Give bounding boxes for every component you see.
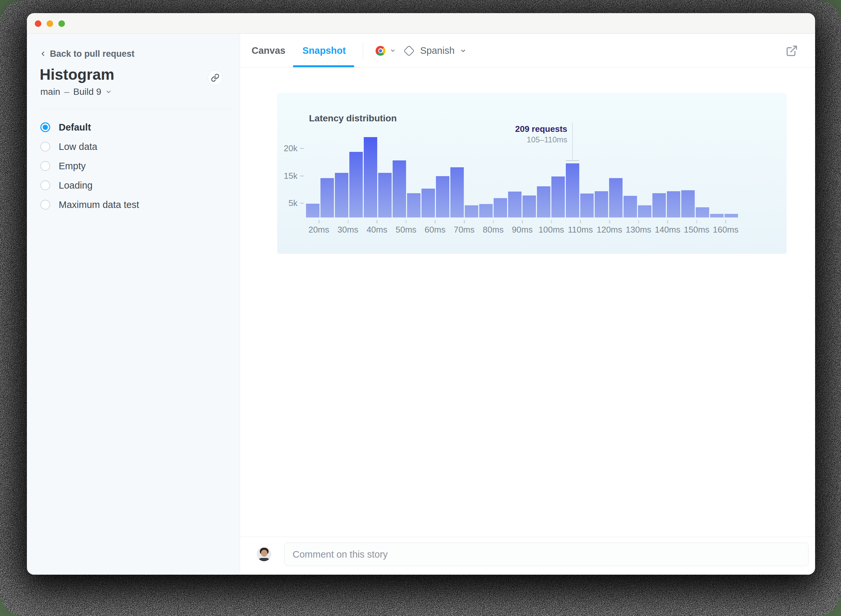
branch-build-separator: –: [64, 87, 70, 97]
histogram-bar[interactable]: [566, 163, 579, 217]
copy-link-button[interactable]: [208, 70, 223, 85]
histogram-bar[interactable]: [364, 137, 377, 217]
sidebar: Back to pull request Histogram main – Bu…: [27, 34, 240, 575]
histogram-bar[interactable]: [422, 189, 435, 217]
close-window-button[interactable]: [35, 21, 41, 27]
story-item-empty[interactable]: Empty: [40, 160, 230, 172]
x-axis-tick: [435, 220, 435, 223]
tab-snapshot[interactable]: Snapshot: [302, 34, 346, 67]
y-axis-tick: [300, 148, 304, 149]
tab-canvas[interactable]: Canvas: [252, 34, 285, 67]
x-axis-tick: [667, 220, 668, 223]
build-label: Build 9: [73, 87, 101, 97]
radio-icon: [40, 161, 50, 171]
x-axis-tick: [348, 220, 349, 223]
story-item-label: Low data: [59, 141, 97, 152]
build-selector[interactable]: main – Build 9: [40, 87, 112, 97]
x-axis-tick: [638, 220, 639, 223]
histogram-plot: 20k15k5k20ms30ms40ms50ms60ms70ms80ms90ms…: [277, 93, 787, 254]
histogram-bar[interactable]: [523, 195, 536, 217]
tooltip-range: 105–110ms: [527, 135, 567, 144]
tooltip-pointer-line: [572, 122, 573, 161]
story-item-loading[interactable]: Loading: [40, 179, 230, 191]
toolbar-divider: [363, 43, 363, 59]
histogram-bar[interactable]: [479, 204, 493, 217]
story-item-low-data[interactable]: Low data: [40, 141, 230, 153]
histogram-bar[interactable]: [652, 193, 666, 217]
window-titlebar: [27, 13, 815, 34]
y-axis-tick: [300, 203, 304, 204]
histogram-bar[interactable]: [595, 191, 608, 217]
chrome-icon: [375, 46, 385, 56]
x-axis-tick: [551, 220, 552, 223]
histogram-bar[interactable]: [436, 176, 449, 217]
browser-selector[interactable]: [375, 34, 396, 67]
histogram-bar[interactable]: [725, 214, 738, 217]
main-panel: Canvas Snapshot Spanish: [240, 34, 815, 575]
back-link[interactable]: Back to pull request: [40, 48, 135, 60]
story-list: Default Low data Empty Loading Maximum d…: [40, 121, 230, 218]
diamond-icon: [403, 45, 415, 56]
histogram-bar[interactable]: [465, 205, 478, 217]
histogram-bar[interactable]: [638, 205, 651, 217]
y-axis-tick-label: 20k: [277, 143, 297, 153]
histogram-bar[interactable]: [306, 204, 319, 217]
chart-card: Latency distribution 20k15k5k20ms30ms40m…: [277, 93, 787, 254]
radio-selected-icon: [40, 122, 50, 132]
active-tab-underline: [293, 65, 354, 67]
histogram-bar[interactable]: [335, 173, 348, 217]
chevron-left-icon: [40, 50, 47, 57]
chevron-down-icon: [460, 48, 466, 54]
comment-footer: [240, 537, 815, 575]
x-axis-tick: [377, 220, 378, 223]
histogram-bar[interactable]: [378, 173, 392, 217]
histogram-bar[interactable]: [551, 176, 565, 217]
y-axis-tick-label: 15k: [277, 171, 297, 181]
histogram-bar[interactable]: [609, 178, 623, 217]
histogram-bar[interactable]: [450, 167, 464, 217]
minimize-window-button[interactable]: [47, 21, 53, 27]
y-axis-tick-label: 5k: [277, 198, 297, 208]
chevron-down-icon: [105, 89, 112, 95]
zoom-window-button[interactable]: [59, 21, 65, 27]
x-axis-tick: [522, 220, 523, 223]
story-item-label: Default: [59, 122, 91, 133]
x-axis-tick: [609, 220, 610, 223]
story-item-maximum-data-test[interactable]: Maximum data test: [40, 199, 230, 211]
x-axis-tick: [464, 220, 465, 223]
open-external-button[interactable]: [785, 44, 800, 58]
histogram-bar[interactable]: [494, 198, 507, 217]
story-item-default[interactable]: Default: [40, 121, 230, 133]
histogram-bar[interactable]: [681, 190, 695, 217]
language-selector[interactable]: Spanish: [403, 34, 466, 67]
app-window: Back to pull request Histogram main – Bu…: [27, 13, 815, 575]
chevron-down-icon: [390, 48, 396, 53]
histogram-bar[interactable]: [321, 178, 334, 217]
histogram-bar[interactable]: [393, 160, 406, 217]
histogram-bar[interactable]: [508, 192, 522, 217]
comment-input[interactable]: [284, 543, 809, 566]
histogram-bar[interactable]: [696, 207, 709, 217]
branch-label: main: [40, 87, 60, 97]
toolbar: Canvas Snapshot Spanish: [240, 34, 815, 67]
histogram-bar[interactable]: [537, 186, 550, 217]
x-axis-tick: [406, 220, 407, 223]
story-item-label: Loading: [59, 180, 92, 191]
radio-icon: [40, 200, 50, 210]
histogram-bar[interactable]: [407, 193, 420, 217]
histogram-bar[interactable]: [349, 152, 363, 217]
histogram-bar[interactable]: [710, 214, 724, 217]
story-item-label: Maximum data test: [59, 199, 139, 210]
histogram-bar[interactable]: [667, 191, 680, 217]
user-avatar: [257, 547, 271, 561]
x-axis-tick: [725, 220, 726, 223]
external-link-icon: [785, 45, 798, 57]
radio-icon: [40, 180, 50, 190]
language-label: Spanish: [420, 45, 455, 56]
histogram-bar[interactable]: [580, 194, 594, 217]
tooltip-pointer-cap: [566, 160, 579, 161]
radio-icon: [40, 142, 50, 151]
histogram-bar[interactable]: [624, 196, 637, 217]
x-axis-tick: [318, 220, 319, 223]
page-title: Histogram: [40, 66, 114, 83]
